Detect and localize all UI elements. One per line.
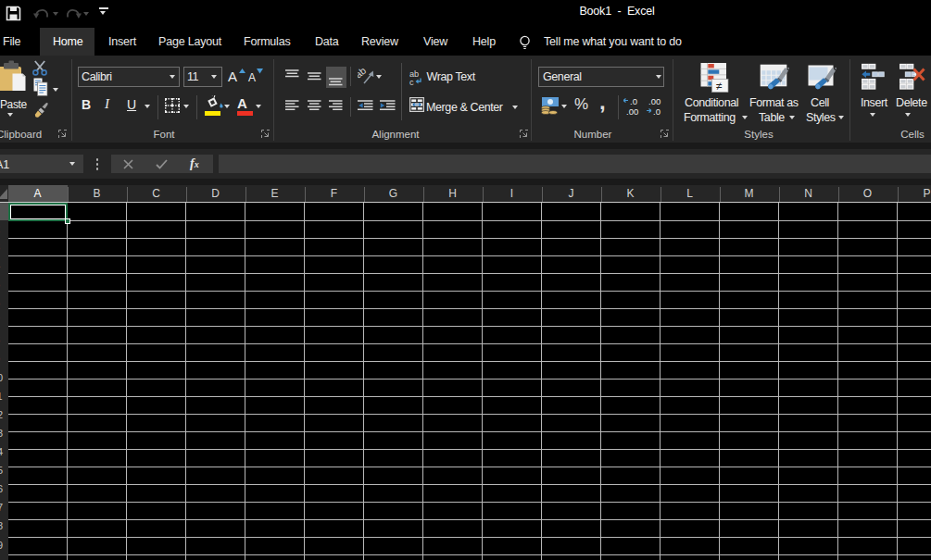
svg-text:.0: .0 <box>653 106 661 117</box>
svg-text:.00: .00 <box>648 96 661 106</box>
svg-text:ab: ab <box>358 66 368 81</box>
svg-text:.0: .0 <box>630 96 637 106</box>
svg-text:c: c <box>409 78 414 86</box>
svg-text:.00: .00 <box>626 106 638 117</box>
svg-text:≠: ≠ <box>716 80 723 93</box>
